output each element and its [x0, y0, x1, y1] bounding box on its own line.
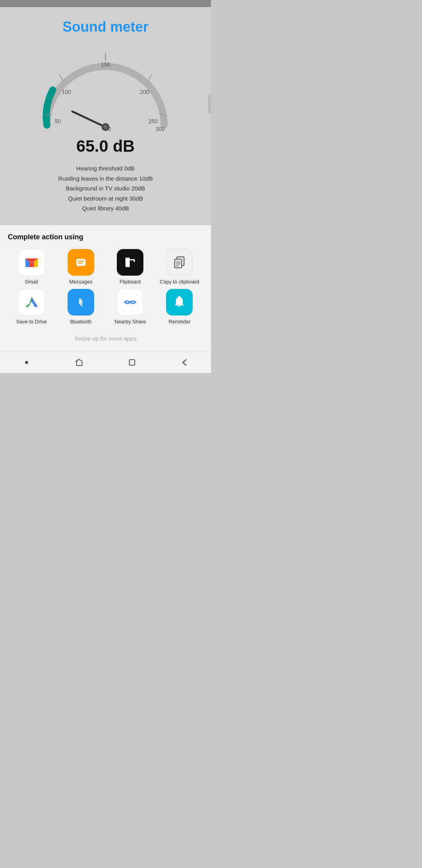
app-item-gmail[interactable]: Gmail — [8, 249, 55, 285]
copy-label: Copy to clipboard — [160, 279, 199, 285]
svg-text:100: 100 — [62, 89, 71, 95]
status-bar — [0, 0, 211, 7]
nearby-share-icon — [122, 294, 139, 311]
svg-point-45 — [179, 296, 181, 298]
drive-icon — [23, 294, 40, 311]
app-item-bluetooth[interactable]: Bluetooth — [57, 289, 104, 325]
swipe-hint: Swipe up for more apps — [8, 331, 203, 348]
svg-rect-25 — [130, 258, 135, 259]
ref-line-1: Hearing threshold 0dB — [58, 163, 153, 174]
sound-meter-section: Sound meter 0 50 100 150 200 250 300 — [0, 7, 211, 225]
nearby-label: Nearby Share — [114, 319, 146, 325]
app-item-flipboard[interactable]: Flipboard — [107, 249, 154, 285]
gmail-label: Gmail — [25, 279, 38, 285]
action-sheet-title: Complete action using — [8, 233, 203, 241]
svg-line-9 — [148, 74, 152, 81]
nearby-icon-wrap — [117, 289, 143, 316]
flipboard-label: Flipboard — [120, 279, 141, 285]
app-title: Sound meter — [63, 19, 148, 35]
nav-overview-icon — [128, 358, 136, 367]
reminder-icon-wrap — [166, 289, 193, 316]
app-item-copy[interactable]: Copy to clipboard — [156, 249, 203, 285]
ref-line-4: Quiet bedroom at night 30dB — [58, 194, 153, 204]
svg-point-46 — [25, 361, 28, 364]
flipboard-icon-wrap — [117, 249, 143, 276]
app-item-reminder[interactable]: Reminder — [156, 289, 203, 325]
nav-recents-icon — [75, 358, 84, 367]
gmail-icon — [23, 254, 40, 271]
gmail-icon-wrap — [18, 249, 45, 276]
nav-home-button[interactable] — [17, 357, 36, 368]
svg-text:250: 250 — [148, 118, 158, 124]
svg-text:300: 300 — [156, 126, 165, 132]
svg-text:50: 50 — [55, 118, 61, 124]
side-edge-handle — [208, 94, 211, 114]
svg-rect-48 — [129, 360, 135, 365]
drive-label: Save to Drive — [16, 319, 47, 325]
messages-label: Messages — [69, 279, 92, 285]
bluetooth-label: Bluetooth — [70, 319, 91, 325]
ref-line-3: Background in TV studio 20dB — [58, 183, 153, 194]
nav-bar — [0, 352, 211, 373]
db-reading: 65.0 dB — [76, 137, 134, 156]
ref-line-2: Rustling leaves in the distance 10dB — [58, 174, 153, 184]
messages-icon-wrap — [68, 249, 94, 276]
svg-rect-21 — [122, 254, 139, 271]
svg-text:200: 200 — [140, 89, 149, 95]
svg-rect-17 — [76, 259, 86, 266]
copy-icon-wrap — [166, 249, 193, 276]
nav-overview-button[interactable] — [122, 357, 142, 368]
reference-list: Hearing threshold 0dB Rustling leaves in… — [58, 163, 153, 213]
app-item-nearby[interactable]: Nearby Share — [107, 289, 154, 325]
bluetooth-icon-wrap — [68, 289, 94, 316]
svg-line-12 — [72, 111, 106, 127]
svg-rect-33 — [23, 294, 40, 311]
svg-line-8 — [59, 74, 63, 81]
svg-point-14 — [103, 125, 108, 129]
reminder-label: Reminder — [168, 319, 190, 325]
gauge-container: 0 50 100 150 200 250 300 — [31, 43, 180, 137]
copy-clipboard-icon — [171, 254, 188, 271]
nav-home-icon — [22, 358, 31, 367]
drive-icon-wrap — [18, 289, 45, 316]
app-item-messages[interactable]: Messages — [57, 249, 104, 285]
svg-rect-44 — [178, 305, 181, 307]
nav-recents-button[interactable] — [70, 357, 89, 368]
messages-icon — [72, 254, 89, 271]
bluetooth-icon — [72, 294, 89, 311]
nav-back-icon — [181, 358, 189, 367]
svg-rect-26 — [130, 260, 134, 262]
reminder-icon — [171, 294, 188, 311]
action-sheet: Complete action using Gmail — [0, 225, 211, 352]
gauge-svg: 0 50 100 150 200 250 300 — [31, 43, 180, 137]
flipboard-icon — [122, 254, 139, 271]
ref-line-5: Quiet library 40dB — [58, 203, 153, 213]
app-item-drive[interactable]: Save to Drive — [8, 289, 55, 325]
svg-text:150: 150 — [101, 61, 110, 68]
apps-grid: Gmail Messages — [8, 249, 203, 326]
nav-back-button[interactable] — [175, 357, 195, 368]
